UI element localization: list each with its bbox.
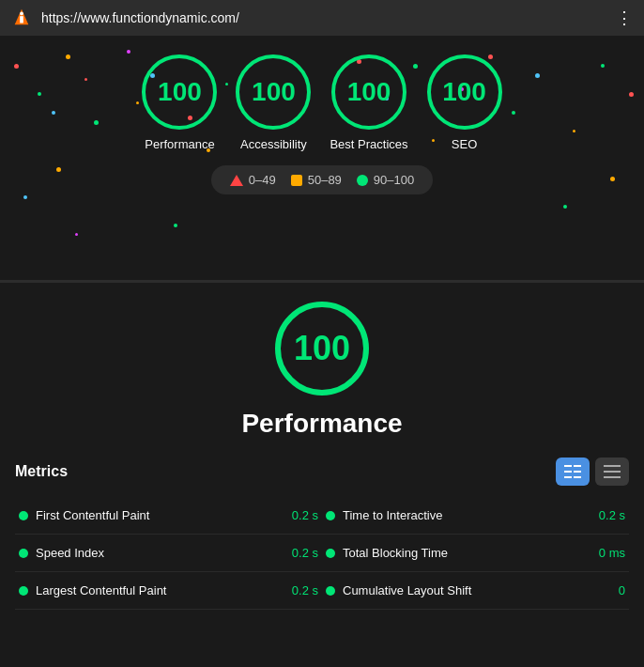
svg-rect-11 — [604, 476, 621, 478]
metric-name-tbt: Total Blocking Time — [343, 546, 591, 560]
metric-dot-lcp — [19, 586, 28, 596]
score-circle-performance: 100 — [142, 54, 217, 130]
metric-name-cls: Cumulative Layout Shift — [343, 583, 611, 597]
score-item-seo: 100SEO — [427, 54, 502, 151]
metric-value-cls: 0 — [619, 583, 625, 597]
svg-rect-8 — [574, 476, 581, 478]
legend-label-low: 0–49 — [249, 173, 276, 187]
metric-name-tti: Time to Interactive — [343, 508, 591, 522]
svg-rect-7 — [574, 471, 581, 473]
confetti-dot — [56, 167, 61, 172]
score-circle-accessibility: 100 — [236, 54, 311, 130]
metrics-header: Metrics — [15, 458, 629, 486]
scores-row: 100Performance100Accessibility100Best Pr… — [9, 54, 635, 151]
performance-section: 100 Performance Metrics — [0, 283, 644, 619]
score-label-performance: Performance — [145, 137, 214, 151]
legend: 0–49 50–89 90–100 — [211, 165, 433, 194]
performance-title: Performance — [241, 409, 402, 439]
metric-row-tbt: Total Blocking Time0 ms — [322, 535, 629, 572]
list-view-icon — [604, 465, 621, 478]
metrics-list-view-button[interactable] — [595, 458, 629, 486]
svg-rect-9 — [604, 465, 621, 467]
performance-center: 100 Performance — [15, 302, 629, 439]
metric-name-fcp: First Contentful Paint — [36, 508, 284, 522]
metric-row-cls: Cumulative Layout Shift0 — [322, 572, 629, 610]
metric-row-tti: Time to Interactive0.2 s — [322, 497, 629, 535]
legend-item-low: 0–49 — [230, 173, 276, 187]
score-circle-best-practices: 100 — [331, 54, 406, 130]
browser-url: https://www.functiondynamic.com/ — [41, 10, 606, 25]
svg-rect-5 — [564, 476, 572, 478]
browser-bar: https://www.functiondynamic.com/ ⋮ — [0, 0, 644, 36]
score-circle-seo: 100 — [427, 54, 502, 130]
svg-point-2 — [20, 12, 23, 16]
metric-row-si: Speed Index0.2 s — [15, 535, 322, 572]
metric-dot-fcp — [19, 511, 28, 520]
browser-menu-icon[interactable]: ⋮ — [616, 8, 633, 28]
confetti-dot — [174, 224, 177, 227]
confetti-dot — [23, 195, 27, 199]
metric-dot-tti — [326, 511, 335, 520]
metric-value-tbt: 0 ms — [599, 546, 625, 560]
metric-dot-tbt — [326, 549, 335, 558]
score-label-seo: SEO — [452, 137, 477, 151]
scores-section: 100Performance100Accessibility100Best Pr… — [0, 36, 644, 280]
metrics-controls — [556, 458, 629, 486]
svg-rect-6 — [574, 465, 581, 467]
legend-label-high: 90–100 — [374, 173, 414, 187]
performance-score-value: 100 — [294, 329, 350, 368]
score-item-performance: 100Performance — [142, 54, 217, 151]
metrics-grid: First Contentful Paint0.2 sTime to Inter… — [15, 497, 629, 610]
performance-score-circle: 100 — [275, 302, 369, 396]
svg-rect-10 — [604, 471, 621, 473]
metric-dot-cls — [326, 586, 335, 596]
metric-row-lcp: Largest Contentful Paint0.2 s — [15, 572, 322, 610]
score-label-accessibility: Accessibility — [240, 137, 307, 151]
confetti-dot — [75, 233, 78, 236]
score-item-accessibility: 100Accessibility — [236, 54, 311, 151]
score-label-best-practices: Best Practices — [330, 137, 407, 151]
metrics-heading: Metrics — [15, 463, 68, 480]
legend-item-mid: 50–89 — [291, 173, 342, 187]
svg-rect-1 — [20, 16, 23, 23]
svg-rect-4 — [564, 471, 572, 473]
metric-dot-si — [19, 549, 28, 558]
legend-icon-low — [230, 175, 243, 186]
browser-page-icon — [11, 8, 32, 28]
metric-row-fcp: First Contentful Paint0.2 s — [15, 497, 322, 535]
confetti-dot — [563, 205, 567, 209]
metrics-grid-view-button[interactable] — [556, 458, 590, 486]
metric-name-si: Speed Index — [36, 546, 284, 560]
metric-value-fcp: 0.2 s — [292, 508, 318, 522]
metric-value-lcp: 0.2 s — [292, 583, 318, 597]
legend-item-high: 90–100 — [357, 173, 414, 187]
legend-label-mid: 50–89 — [308, 173, 342, 187]
legend-icon-mid — [291, 175, 302, 186]
metric-value-tti: 0.2 s — [599, 508, 625, 522]
svg-rect-3 — [564, 465, 572, 467]
metric-value-si: 0.2 s — [292, 546, 318, 560]
confetti-dot — [127, 50, 130, 54]
grid-view-icon — [564, 465, 581, 478]
legend-icon-high — [357, 175, 368, 186]
confetti-dot — [610, 177, 615, 181]
metric-name-lcp: Largest Contentful Paint — [36, 583, 284, 597]
score-item-best-practices: 100Best Practices — [330, 54, 407, 151]
